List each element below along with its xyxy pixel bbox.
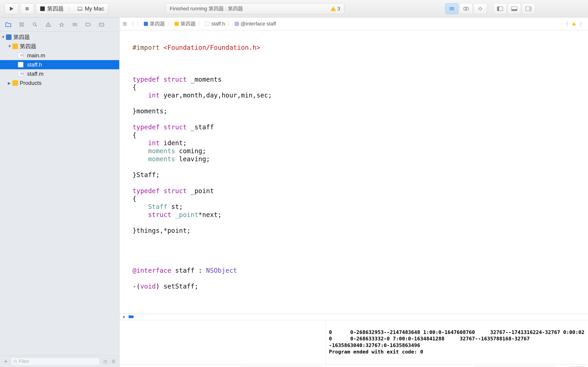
jump-file[interactable]: staff.h	[205, 21, 225, 27]
navigator-scope-buttons: ◷ ☰	[102, 358, 117, 365]
tree-products[interactable]: ▶ Products	[0, 78, 119, 88]
code-token: typedef	[132, 123, 160, 131]
jump-group[interactable]: 第四题	[174, 20, 196, 27]
code-token: leaving;	[175, 155, 210, 163]
jump-project[interactable]: 第四题	[144, 20, 165, 27]
svg-rect-3	[78, 7, 82, 10]
console-filter-input[interactable]: Filter	[473, 366, 555, 367]
code-token: <Foundation/Foundation.h>	[160, 44, 260, 51]
chevron-right-icon: 〉	[227, 20, 233, 27]
filter-icon	[14, 360, 17, 363]
project-navigator-icon[interactable]	[3, 20, 13, 29]
code-token: _staff	[187, 123, 214, 131]
status-text: Finished running 第四题 : 第四题	[170, 5, 243, 12]
run-button[interactable]	[5, 3, 18, 14]
tree-label: 第四题	[13, 33, 30, 41]
standard-editor-button[interactable]	[445, 3, 458, 14]
code-token: _point	[187, 187, 214, 195]
breakpoint-toggle-button[interactable]	[128, 314, 135, 320]
tree-file-staff-h[interactable]: h staff.h	[0, 60, 119, 69]
scheme-selector[interactable]: 第四题 〉 My Mac	[36, 3, 108, 14]
source-control-navigator-icon[interactable]	[17, 20, 27, 29]
code-token: struct	[160, 187, 187, 195]
toggle-debug-area-button[interactable]	[508, 3, 521, 14]
jump-bar[interactable]: ⊞ 〈 〉 第四题 〉 第四题 〉 staff.h 〉 C @interface…	[120, 17, 588, 30]
version-editor-button[interactable]	[474, 3, 487, 14]
project-tree[interactable]: ▼ 第四题 ▼ 第四题 m main.m h staff.h m staff.m	[0, 32, 119, 356]
warnings-count: 3	[337, 6, 340, 12]
variables-view[interactable]: Auto ⇅ | ◉ ⓘ Filter	[120, 320, 326, 367]
editor-column: ⊞ 〈 〉 第四题 〉 第四题 〉 staff.h 〉 C @interface…	[120, 17, 588, 367]
related-items-icon[interactable]: ⊞	[123, 21, 127, 27]
scm-filter-button[interactable]: ☰	[110, 358, 117, 365]
tree-file-staff-m[interactable]: m staff.m	[0, 69, 119, 78]
back-button[interactable]: 〈	[129, 20, 134, 27]
code-token: }things,*point;	[132, 227, 191, 234]
code-token: ident;	[160, 139, 187, 147]
folder-icon	[174, 22, 179, 26]
jump-bar-right: 〈 〉	[563, 20, 585, 27]
code-token: @interface	[132, 267, 171, 274]
tree-file-main-m[interactable]: m main.m	[0, 51, 119, 60]
code-token: {	[132, 83, 137, 91]
breakpoint-navigator-icon[interactable]	[83, 20, 93, 29]
tree-label: staff.h	[27, 61, 42, 68]
svg-line-21	[36, 25, 37, 27]
previous-issue-button[interactable]: 〈	[563, 20, 569, 27]
forward-button[interactable]: 〉	[137, 20, 141, 27]
navigator-filter-input[interactable]: Filter	[11, 358, 100, 365]
code-token: {	[132, 195, 137, 202]
disclosure-triangle-icon[interactable]: ▶	[8, 81, 10, 85]
debug-panes: Auto ⇅ | ◉ ⓘ Filter 0 0-	[120, 320, 588, 367]
code-token: struct	[160, 123, 187, 131]
code-token: NSObject	[206, 267, 237, 274]
disclosure-triangle-icon[interactable]: ▼	[8, 44, 10, 48]
svg-line-34	[16, 362, 17, 363]
variables-filter-input[interactable]: Filter	[240, 366, 323, 367]
assistant-editor-button[interactable]	[459, 3, 473, 14]
toggle-navigator-button[interactable]	[493, 3, 507, 14]
hide-debug-button[interactable]: ▾	[123, 314, 125, 320]
console-view[interactable]: 0 0-268632953--2147483648 1:00:0-1647608…	[326, 320, 588, 367]
svg-rect-16	[20, 23, 21, 24]
variables-footer: Auto ⇅ | ◉ ⓘ Filter	[120, 364, 326, 367]
recent-filter-button[interactable]: ◷	[102, 358, 109, 365]
code-token: void	[140, 283, 156, 290]
source-editor[interactable]: #import <Foundation/Foundation.h> typede…	[123, 30, 588, 314]
tree-project-root[interactable]: ▼ 第四题	[0, 33, 119, 42]
jump-label: 第四题	[181, 20, 196, 27]
folder-icon	[12, 44, 18, 49]
next-issue-button[interactable]: 〉	[579, 20, 585, 27]
console-line: Program ended with exit code: 0	[329, 349, 423, 355]
stop-button[interactable]	[20, 3, 34, 14]
code-token: coming;	[175, 147, 206, 155]
tree-label: 第四题	[20, 43, 36, 50]
project-icon	[6, 34, 11, 40]
warning-triangle-icon	[330, 6, 336, 11]
console-output[interactable]: 0 0-268632953--2147483648 1:00:0-1647608…	[326, 320, 588, 364]
svg-rect-18	[20, 25, 21, 26]
toggle-utilities-button[interactable]	[522, 3, 535, 14]
scheme-destination: My Mac	[85, 6, 104, 12]
report-navigator-icon[interactable]	[96, 20, 107, 29]
tree-label: staff.m	[27, 71, 44, 77]
activity-status[interactable]: Finished running 第四题 : 第四题 3	[165, 3, 345, 14]
scheme-target: 第四题	[47, 5, 64, 12]
code-token: Staff	[132, 203, 167, 211]
find-navigator-icon[interactable]	[30, 20, 40, 29]
svg-rect-15	[529, 7, 531, 11]
test-navigator-icon[interactable]	[57, 20, 67, 29]
disclosure-triangle-icon[interactable]: ▼	[1, 35, 4, 39]
jump-label: staff.h	[211, 21, 225, 27]
view-toggle-group	[493, 3, 535, 14]
editor-mode-group	[445, 3, 487, 14]
tree-group[interactable]: ▼ 第四题	[0, 42, 119, 51]
debug-navigator-icon[interactable]	[70, 20, 80, 29]
svg-point-20	[33, 23, 36, 25]
warnings-badge[interactable]: 3	[330, 6, 340, 12]
code-token: struct	[160, 76, 187, 83]
jump-symbol[interactable]: C @interface staff	[235, 21, 276, 27]
code-token: staff :	[171, 267, 206, 274]
add-button[interactable]: +	[2, 358, 9, 365]
issue-navigator-icon[interactable]	[43, 20, 53, 29]
